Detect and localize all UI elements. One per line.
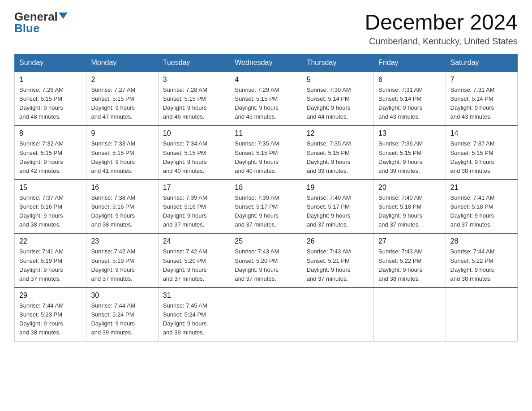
weekday-header-thursday: Thursday (302, 54, 373, 72)
logo-blue: Blue (14, 21, 39, 35)
day-number: 9 (91, 129, 153, 137)
calendar-cell: 14Sunrise: 7:37 AMSunset: 5:15 PMDayligh… (446, 125, 517, 180)
day-info: Sunrise: 7:42 AMSunset: 5:20 PMDaylight:… (163, 247, 225, 283)
weekday-header-wednesday: Wednesday (230, 54, 302, 72)
calendar-cell: 8Sunrise: 7:32 AMSunset: 5:15 PMDaylight… (15, 125, 86, 180)
calendar-cell: 7Sunrise: 7:31 AMSunset: 5:14 PMDaylight… (446, 72, 517, 126)
day-info: Sunrise: 7:41 AMSunset: 5:18 PMDaylight:… (450, 193, 513, 230)
calendar-cell: 16Sunrise: 7:38 AMSunset: 5:16 PMDayligh… (86, 180, 158, 234)
calendar-cell: 6Sunrise: 7:31 AMSunset: 5:14 PMDaylight… (374, 72, 446, 126)
calendar-cell: 28Sunrise: 7:44 AMSunset: 5:22 PMDayligh… (446, 233, 517, 287)
day-info: Sunrise: 7:32 AMSunset: 5:15 PMDaylight:… (19, 139, 82, 176)
day-info: Sunrise: 7:43 AMSunset: 5:21 PMDaylight:… (307, 247, 369, 283)
calendar-cell: 19Sunrise: 7:40 AMSunset: 5:17 PMDayligh… (302, 180, 373, 234)
day-number: 30 (91, 291, 153, 300)
calendar-cell: 17Sunrise: 7:39 AMSunset: 5:16 PMDayligh… (158, 180, 230, 234)
day-info: Sunrise: 7:34 AMSunset: 5:15 PMDaylight:… (163, 139, 225, 176)
weekday-header-saturday: Saturday (446, 54, 517, 72)
day-info: Sunrise: 7:31 AMSunset: 5:14 PMDaylight:… (450, 86, 513, 122)
day-info: Sunrise: 7:44 AMSunset: 5:23 PMDaylight:… (19, 301, 82, 338)
day-info: Sunrise: 7:41 AMSunset: 5:19 PMDaylight:… (19, 247, 82, 283)
day-number: 15 (19, 184, 82, 192)
day-number: 31 (163, 291, 225, 300)
day-number: 23 (91, 237, 153, 245)
calendar-cell: 20Sunrise: 7:40 AMSunset: 5:18 PMDayligh… (374, 180, 446, 234)
day-info: Sunrise: 7:35 AMSunset: 5:15 PMDaylight:… (235, 139, 297, 176)
day-number: 3 (163, 76, 225, 84)
weekday-header-friday: Friday (374, 54, 446, 72)
calendar-cell: 11Sunrise: 7:35 AMSunset: 5:15 PMDayligh… (230, 125, 302, 180)
day-number: 11 (235, 129, 297, 137)
day-info: Sunrise: 7:40 AMSunset: 5:18 PMDaylight:… (378, 193, 441, 230)
calendar-cell: 12Sunrise: 7:35 AMSunset: 5:15 PMDayligh… (302, 125, 373, 180)
day-info: Sunrise: 7:43 AMSunset: 5:20 PMDaylight:… (235, 247, 297, 283)
day-info: Sunrise: 7:26 AMSunset: 5:15 PMDaylight:… (19, 86, 82, 122)
logo-arrow-icon (59, 13, 68, 19)
day-info: Sunrise: 7:39 AMSunset: 5:17 PMDaylight:… (235, 193, 297, 230)
day-info: Sunrise: 7:43 AMSunset: 5:22 PMDaylight:… (378, 247, 441, 283)
calendar-cell: 27Sunrise: 7:43 AMSunset: 5:22 PMDayligh… (374, 233, 446, 287)
calendar-cell: 10Sunrise: 7:34 AMSunset: 5:15 PMDayligh… (158, 125, 230, 180)
calendar-cell: 15Sunrise: 7:37 AMSunset: 5:16 PMDayligh… (15, 180, 86, 234)
day-info: Sunrise: 7:36 AMSunset: 5:15 PMDaylight:… (378, 139, 441, 176)
day-info: Sunrise: 7:42 AMSunset: 5:19 PMDaylight:… (91, 247, 153, 283)
weekday-header-tuesday: Tuesday (158, 54, 230, 72)
day-info: Sunrise: 7:33 AMSunset: 5:15 PMDaylight:… (91, 139, 153, 176)
day-number: 1 (19, 76, 82, 84)
day-info: Sunrise: 7:37 AMSunset: 5:15 PMDaylight:… (450, 139, 513, 176)
day-number: 6 (378, 76, 441, 84)
day-number: 12 (307, 129, 369, 137)
day-number: 26 (307, 237, 369, 245)
day-number: 10 (163, 129, 225, 137)
calendar-cell: 23Sunrise: 7:42 AMSunset: 5:19 PMDayligh… (86, 233, 158, 287)
day-info: Sunrise: 7:35 AMSunset: 5:15 PMDaylight:… (307, 139, 369, 176)
logo: General Blue (14, 11, 68, 34)
calendar-cell: 2Sunrise: 7:27 AMSunset: 5:15 PMDaylight… (86, 72, 158, 126)
weekday-header-monday: Monday (86, 54, 158, 72)
calendar-cell: 24Sunrise: 7:42 AMSunset: 5:20 PMDayligh… (158, 233, 230, 287)
calendar-cell (302, 287, 373, 341)
calendar-cell: 21Sunrise: 7:41 AMSunset: 5:18 PMDayligh… (446, 180, 517, 234)
calendar-cell (230, 287, 302, 341)
calendar-cell: 9Sunrise: 7:33 AMSunset: 5:15 PMDaylight… (86, 125, 158, 180)
logo-general: General (14, 11, 58, 22)
calendar-cell: 31Sunrise: 7:45 AMSunset: 5:24 PMDayligh… (158, 287, 230, 341)
day-info: Sunrise: 7:37 AMSunset: 5:16 PMDaylight:… (19, 193, 82, 230)
day-number: 19 (307, 184, 369, 192)
calendar-cell: 4Sunrise: 7:29 AMSunset: 5:15 PMDaylight… (230, 72, 302, 126)
day-number: 24 (163, 237, 225, 245)
calendar-cell: 25Sunrise: 7:43 AMSunset: 5:20 PMDayligh… (230, 233, 302, 287)
day-number: 21 (450, 184, 513, 192)
calendar-cell (446, 287, 517, 341)
day-info: Sunrise: 7:45 AMSunset: 5:24 PMDaylight:… (163, 301, 225, 338)
day-info: Sunrise: 7:31 AMSunset: 5:14 PMDaylight:… (378, 86, 441, 122)
day-info: Sunrise: 7:44 AMSunset: 5:22 PMDaylight:… (450, 247, 513, 283)
week-row-5: 29Sunrise: 7:44 AMSunset: 5:23 PMDayligh… (15, 287, 518, 341)
calendar-cell: 3Sunrise: 7:28 AMSunset: 5:15 PMDaylight… (158, 72, 230, 126)
page-header: General Blue December 2024 Cumberland, K… (14, 11, 518, 47)
day-number: 18 (235, 184, 297, 192)
day-info: Sunrise: 7:38 AMSunset: 5:16 PMDaylight:… (91, 193, 153, 230)
week-row-1: 1Sunrise: 7:26 AMSunset: 5:15 PMDaylight… (15, 72, 518, 126)
calendar-cell: 5Sunrise: 7:30 AMSunset: 5:14 PMDaylight… (302, 72, 373, 126)
week-row-3: 15Sunrise: 7:37 AMSunset: 5:16 PMDayligh… (15, 180, 518, 234)
weekday-header-row: SundayMondayTuesdayWednesdayThursdayFrid… (15, 54, 518, 72)
day-info: Sunrise: 7:39 AMSunset: 5:16 PMDaylight:… (163, 193, 225, 230)
day-number: 2 (91, 76, 153, 84)
day-info: Sunrise: 7:44 AMSunset: 5:24 PMDaylight:… (91, 301, 153, 338)
calendar-cell: 30Sunrise: 7:44 AMSunset: 5:24 PMDayligh… (86, 287, 158, 341)
day-number: 27 (378, 237, 441, 245)
day-number: 20 (378, 184, 441, 192)
day-number: 13 (378, 129, 441, 137)
day-number: 16 (91, 184, 153, 192)
calendar-cell: 18Sunrise: 7:39 AMSunset: 5:17 PMDayligh… (230, 180, 302, 234)
day-info: Sunrise: 7:28 AMSunset: 5:15 PMDaylight:… (163, 86, 225, 122)
day-number: 29 (19, 291, 82, 300)
calendar-cell: 26Sunrise: 7:43 AMSunset: 5:21 PMDayligh… (302, 233, 373, 287)
calendar-cell: 1Sunrise: 7:26 AMSunset: 5:15 PMDaylight… (15, 72, 86, 126)
title-section: December 2024 Cumberland, Kentucky, Unit… (365, 11, 518, 47)
day-number: 28 (450, 237, 513, 245)
day-number: 17 (163, 184, 225, 192)
day-number: 8 (19, 129, 82, 137)
calendar-cell: 22Sunrise: 7:41 AMSunset: 5:19 PMDayligh… (15, 233, 86, 287)
